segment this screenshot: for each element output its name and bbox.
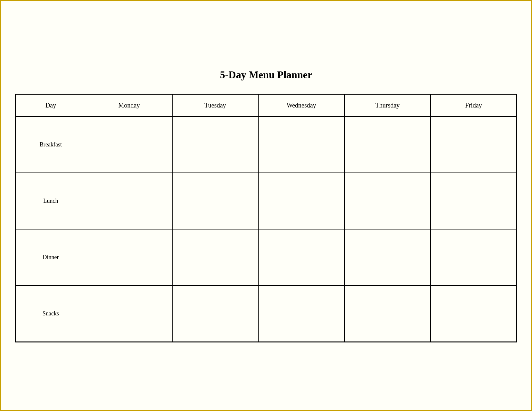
cell-lunch-tuesday[interactable] [172,173,258,229]
cell-lunch-monday[interactable] [86,173,172,229]
cell-snacks-tuesday[interactable] [172,285,258,342]
cell-lunch-thursday[interactable] [345,173,431,229]
cell-lunch-friday[interactable] [431,173,517,229]
header-row: Day Monday Tuesday Wednesday Thursday Fr… [15,94,517,117]
row-label-breakfast: Breakfast [15,117,86,173]
cell-lunch-wednesday[interactable] [258,173,345,229]
col-header-friday: Friday [431,94,517,117]
row-label-dinner: Dinner [15,229,86,285]
row-label-lunch: Lunch [15,173,86,229]
cell-breakfast-tuesday[interactable] [172,117,258,173]
cell-snacks-wednesday[interactable] [258,285,345,342]
table-row: Snacks [15,285,517,342]
col-header-day: Day [15,94,86,117]
cell-dinner-monday[interactable] [86,229,172,285]
cell-dinner-wednesday[interactable] [258,229,345,285]
table-row: Breakfast [15,117,517,173]
cell-dinner-tuesday[interactable] [172,229,258,285]
table-row: Dinner [15,229,517,285]
cell-snacks-friday[interactable] [431,285,517,342]
cell-dinner-thursday[interactable] [345,229,431,285]
cell-breakfast-thursday[interactable] [345,117,431,173]
cell-breakfast-friday[interactable] [431,117,517,173]
cell-dinner-friday[interactable] [431,229,517,285]
page-title: 5-Day Menu Planner [220,69,312,81]
cell-snacks-monday[interactable] [86,285,172,342]
col-header-monday: Monday [86,94,172,117]
menu-planner-table: Day Monday Tuesday Wednesday Thursday Fr… [15,94,517,342]
col-header-tuesday: Tuesday [172,94,258,117]
table-row: Lunch [15,173,517,229]
cell-breakfast-wednesday[interactable] [258,117,345,173]
row-label-snacks: Snacks [15,285,86,342]
col-header-wednesday: Wednesday [258,94,345,117]
cell-snacks-thursday[interactable] [345,285,431,342]
cell-breakfast-monday[interactable] [86,117,172,173]
col-header-thursday: Thursday [345,94,431,117]
